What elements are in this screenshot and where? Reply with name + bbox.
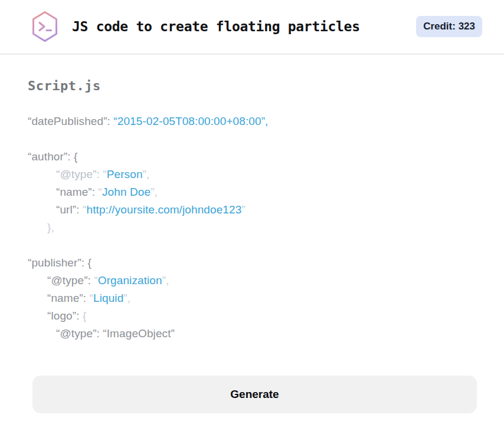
generate-button[interactable]: Generate	[32, 376, 477, 413]
code-segment: “name”:	[47, 292, 90, 304]
code-segment: “logo”:	[47, 310, 83, 322]
code-segment: “datePublished”:	[28, 115, 113, 127]
code-blank-line	[28, 236, 476, 254]
code-segment: Liquid	[93, 292, 123, 304]
code-segment: “name”:	[56, 186, 99, 198]
code-line: “@type”: “Organization”,	[28, 272, 476, 289]
code-segment: ”,	[150, 186, 158, 198]
code-segment: “publisher”: {	[28, 256, 91, 269]
code-segment: “@type”:	[56, 168, 103, 180]
code-line: “publisher”: {	[28, 254, 476, 272]
code-segment: ”,	[123, 292, 130, 304]
code-block: “datePublished”: “2015-02-05T08:00:00+08…	[28, 113, 476, 343]
code-segment: “@type”: “ImageObject”	[56, 327, 175, 340]
credit-badge: Credit: 323	[416, 16, 482, 37]
header: JS code to create floating particles Cre…	[0, 0, 504, 55]
code-line: “logo”: {	[28, 307, 476, 325]
code-segment: ”,	[162, 274, 169, 287]
page-title: JS code to create floating particles	[72, 19, 360, 34]
script-filename: Script.js	[28, 78, 476, 93]
code-segment: },	[47, 221, 54, 233]
code-segment: “url”:	[56, 203, 83, 216]
code-segment: Person	[107, 168, 143, 180]
code-segment: “2015-02-05T08:00:00+08:00”,	[113, 115, 268, 127]
terminal-hexagon-icon	[31, 11, 58, 42]
code-line: “datePublished”: “2015-02-05T08:00:00+08…	[28, 113, 476, 130]
code-line: “url”: “http://yoursite.com/johndoe123”	[28, 201, 476, 219]
code-line: },	[28, 219, 476, 236]
code-segment: Organization	[98, 274, 162, 287]
code-segment: http://yoursite.com/johndoe123	[86, 203, 241, 216]
code-line: “author”: {	[28, 148, 476, 166]
code-segment: “@type”:	[47, 274, 94, 287]
code-line: “name”: “Liquid”,	[28, 289, 476, 307]
code-segment: {	[83, 310, 86, 322]
code-line: “@type”: “ImageObject”	[28, 325, 476, 343]
code-segment: John Doe	[102, 186, 150, 198]
code-line: “@type”: “Person”,	[28, 166, 476, 183]
code-segment: ”	[241, 203, 245, 216]
code-line: “name”: “John Doe”,	[28, 183, 476, 201]
code-segment: ”,	[143, 168, 150, 180]
code-segment: “author”: {	[28, 150, 78, 163]
code-blank-line	[28, 130, 476, 148]
main-content: Script.js “datePublished”: “2015-02-05T0…	[0, 78, 504, 413]
